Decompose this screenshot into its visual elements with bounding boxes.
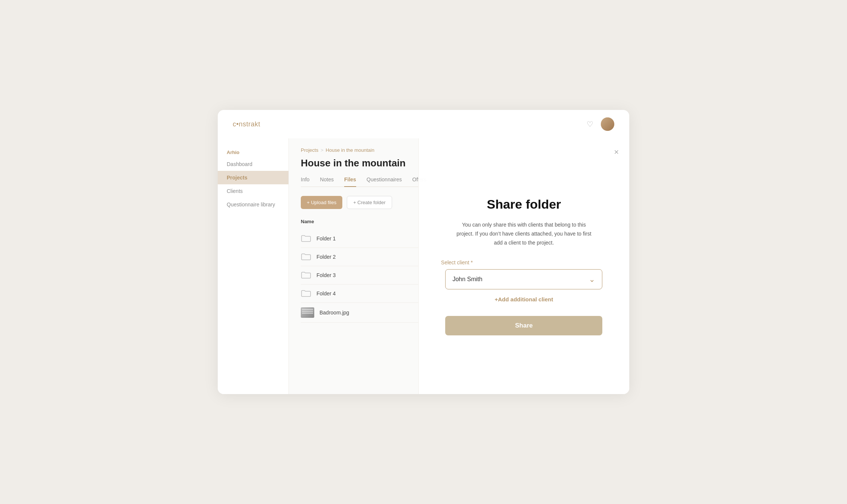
top-bar: c•nstrakt ♡ xyxy=(218,110,629,138)
modal-description: You can only share this with clients tha… xyxy=(453,221,595,247)
modal-title: Share folder xyxy=(487,197,561,212)
app-logo: c•nstrakt xyxy=(233,120,260,128)
folder-icon xyxy=(301,252,311,261)
sidebar-item-projects[interactable]: Projects xyxy=(218,171,288,184)
top-actions: ♡ xyxy=(587,117,614,131)
chevron-down-icon: ⌄ xyxy=(589,275,595,284)
notifications-icon[interactable]: ♡ xyxy=(587,120,593,129)
file-thumbnail xyxy=(301,307,314,318)
tab-files[interactable]: Files xyxy=(344,176,356,187)
file-name: Folder 1 xyxy=(317,236,336,242)
avatar[interactable] xyxy=(601,117,614,131)
share-folder-modal: × Share folder You can only share this w… xyxy=(418,138,629,394)
folder-icon xyxy=(301,289,311,298)
tab-questionnaires[interactable]: Questionnaires xyxy=(367,176,402,187)
sidebar-item-clients[interactable]: Clients xyxy=(218,184,288,198)
sidebar-section-title: Arhio xyxy=(218,146,288,157)
file-name: Badroom.jpg xyxy=(319,310,349,316)
upload-files-button[interactable]: + Upload files xyxy=(301,196,342,209)
select-client-label: Select client * xyxy=(441,259,598,265)
client-select-dropdown[interactable]: John Smith ⌄ xyxy=(445,269,602,289)
add-additional-client-link[interactable]: +Add additional client xyxy=(495,296,553,302)
breadcrumb-separator: > xyxy=(321,147,324,153)
share-button[interactable]: Share xyxy=(445,316,602,335)
breadcrumb-current: House in the mountain xyxy=(326,147,374,153)
modal-close-button[interactable]: × xyxy=(614,147,619,157)
tab-notes[interactable]: Notes xyxy=(320,176,334,187)
folder-icon xyxy=(301,271,311,280)
file-name: Folder 3 xyxy=(317,272,336,278)
sidebar-item-questionnaire-library[interactable]: Questionnaire library xyxy=(218,198,288,211)
folder-icon xyxy=(301,234,311,243)
tab-info[interactable]: Info xyxy=(301,176,309,187)
avatar-image xyxy=(601,117,614,131)
breadcrumb-parent[interactable]: Projects xyxy=(301,147,318,153)
sidebar-item-dashboard[interactable]: Dashboard xyxy=(218,157,288,171)
file-name: Folder 4 xyxy=(317,291,336,296)
selected-client-value: John Smith xyxy=(452,276,482,283)
main-layout: Arhio Dashboard Projects Clients Questio… xyxy=(218,138,629,394)
file-name: Folder 2 xyxy=(317,254,336,260)
create-folder-button[interactable]: + Create folder xyxy=(347,196,392,209)
app-window: c•nstrakt ♡ Arhio Dashboard Projects Cli… xyxy=(218,110,629,394)
content-area: Projects > House in the mountain House i… xyxy=(289,138,629,394)
sidebar: Arhio Dashboard Projects Clients Questio… xyxy=(218,138,289,394)
